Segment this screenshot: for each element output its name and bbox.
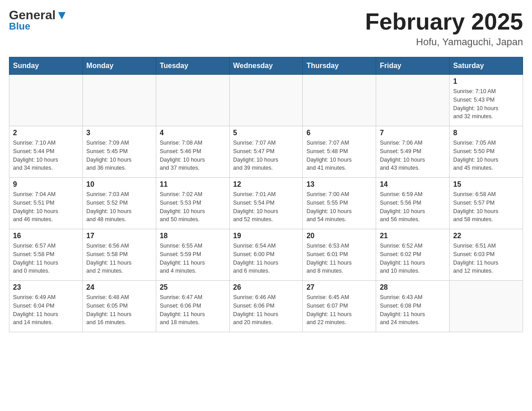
day-number: 22 [453,232,519,240]
day-info: Sunrise: 6:52 AM Sunset: 6:02 PM Dayligh… [380,242,446,275]
day-info: Sunrise: 7:10 AM Sunset: 5:43 PM Dayligh… [453,87,519,121]
col-sunday: Sunday [9,57,83,75]
day-number: 15 [453,180,519,188]
month-year-title: February 2025 [365,9,523,34]
day-number: 26 [233,283,299,291]
week-row-0: 1Sunrise: 7:10 AM Sunset: 5:43 PM Daylig… [9,75,523,126]
calendar-cell: 25Sunrise: 6:47 AM Sunset: 6:06 PM Dayli… [156,281,229,332]
calendar-cell: 15Sunrise: 6:58 AM Sunset: 5:57 PM Dayli… [450,178,523,229]
day-number: 28 [380,283,446,291]
calendar-cell: 28Sunrise: 6:43 AM Sunset: 6:08 PM Dayli… [376,281,450,332]
col-saturday: Saturday [450,57,523,75]
calendar-cell: 27Sunrise: 6:45 AM Sunset: 6:07 PM Dayli… [303,281,376,332]
week-row-3: 16Sunrise: 6:57 AM Sunset: 5:58 PM Dayli… [9,229,523,281]
day-info: Sunrise: 7:10 AM Sunset: 5:44 PM Dayligh… [13,139,79,172]
day-info: Sunrise: 6:49 AM Sunset: 6:04 PM Dayligh… [13,293,79,327]
calendar-cell: 18Sunrise: 6:55 AM Sunset: 5:59 PM Dayli… [156,229,229,281]
day-info: Sunrise: 6:53 AM Sunset: 6:01 PM Dayligh… [306,242,372,275]
calendar-table: Sunday Monday Tuesday Wednesday Thursday… [9,57,523,332]
day-number: 4 [160,129,226,137]
day-number: 21 [380,232,446,240]
day-number: 19 [233,232,299,240]
day-info: Sunrise: 6:55 AM Sunset: 5:59 PM Dayligh… [160,242,226,275]
location-subtitle: Hofu, Yamaguchi, Japan [365,36,523,48]
col-monday: Monday [82,57,156,75]
calendar-header-row: Sunday Monday Tuesday Wednesday Thursday… [9,57,523,75]
calendar-cell: 13Sunrise: 7:00 AM Sunset: 5:55 PM Dayli… [303,178,376,229]
logo-arrow-icon: ▼ [56,8,68,22]
calendar-cell: 19Sunrise: 6:54 AM Sunset: 6:00 PM Dayli… [229,229,303,281]
day-number: 3 [86,129,152,137]
calendar-cell: 21Sunrise: 6:52 AM Sunset: 6:02 PM Dayli… [376,229,450,281]
day-info: Sunrise: 7:09 AM Sunset: 5:45 PM Dayligh… [86,139,152,172]
day-number: 17 [86,232,152,240]
calendar-cell: 1Sunrise: 7:10 AM Sunset: 5:43 PM Daylig… [450,75,523,126]
day-info: Sunrise: 7:03 AM Sunset: 5:52 PM Dayligh… [86,190,152,224]
week-row-2: 9Sunrise: 7:04 AM Sunset: 5:51 PM Daylig… [9,178,523,229]
calendar-cell [82,75,156,126]
col-wednesday: Wednesday [229,57,303,75]
day-info: Sunrise: 7:01 AM Sunset: 5:54 PM Dayligh… [233,190,299,224]
logo-general-text: General▼ [9,9,68,21]
day-info: Sunrise: 6:45 AM Sunset: 6:07 PM Dayligh… [306,293,372,327]
day-info: Sunrise: 6:54 AM Sunset: 6:00 PM Dayligh… [233,242,299,275]
calendar-cell [303,75,376,126]
col-friday: Friday [376,57,450,75]
calendar-cell: 24Sunrise: 6:48 AM Sunset: 6:05 PM Dayli… [82,281,156,332]
day-info: Sunrise: 6:59 AM Sunset: 5:56 PM Dayligh… [380,190,446,224]
day-number: 10 [86,180,152,188]
day-info: Sunrise: 7:07 AM Sunset: 5:48 PM Dayligh… [306,139,372,172]
day-info: Sunrise: 7:00 AM Sunset: 5:55 PM Dayligh… [306,190,372,224]
calendar-cell: 6Sunrise: 7:07 AM Sunset: 5:48 PM Daylig… [303,126,376,178]
col-tuesday: Tuesday [156,57,229,75]
col-thursday: Thursday [303,57,376,75]
logo-blue-text: Blue [9,21,30,32]
calendar-cell [229,75,303,126]
week-row-1: 2Sunrise: 7:10 AM Sunset: 5:44 PM Daylig… [9,126,523,178]
title-block: February 2025 Hofu, Yamaguchi, Japan [365,9,523,48]
calendar-cell: 12Sunrise: 7:01 AM Sunset: 5:54 PM Dayli… [229,178,303,229]
day-number: 8 [453,129,519,137]
calendar-cell: 20Sunrise: 6:53 AM Sunset: 6:01 PM Dayli… [303,229,376,281]
day-info: Sunrise: 7:02 AM Sunset: 5:53 PM Dayligh… [160,190,226,224]
day-number: 2 [13,129,79,137]
day-info: Sunrise: 6:58 AM Sunset: 5:57 PM Dayligh… [453,190,519,224]
calendar-cell: 9Sunrise: 7:04 AM Sunset: 5:51 PM Daylig… [9,178,83,229]
calendar-cell: 3Sunrise: 7:09 AM Sunset: 5:45 PM Daylig… [82,126,156,178]
day-number: 25 [160,283,226,291]
day-info: Sunrise: 6:47 AM Sunset: 6:06 PM Dayligh… [160,293,226,327]
calendar-cell: 7Sunrise: 7:06 AM Sunset: 5:49 PM Daylig… [376,126,450,178]
day-info: Sunrise: 6:46 AM Sunset: 6:06 PM Dayligh… [233,293,299,327]
day-number: 14 [380,180,446,188]
calendar-cell: 23Sunrise: 6:49 AM Sunset: 6:04 PM Dayli… [9,281,83,332]
day-number: 27 [306,283,372,291]
calendar-cell: 11Sunrise: 7:02 AM Sunset: 5:53 PM Dayli… [156,178,229,229]
calendar-cell [9,75,83,126]
calendar-cell: 10Sunrise: 7:03 AM Sunset: 5:52 PM Dayli… [82,178,156,229]
day-number: 11 [160,180,226,188]
day-info: Sunrise: 6:51 AM Sunset: 6:03 PM Dayligh… [453,242,519,275]
day-number: 13 [306,180,372,188]
day-number: 23 [13,283,79,291]
day-info: Sunrise: 6:57 AM Sunset: 5:58 PM Dayligh… [13,242,79,275]
calendar-cell: 26Sunrise: 6:46 AM Sunset: 6:06 PM Dayli… [229,281,303,332]
calendar-cell: 16Sunrise: 6:57 AM Sunset: 5:58 PM Dayli… [9,229,83,281]
day-info: Sunrise: 7:06 AM Sunset: 5:49 PM Dayligh… [380,139,446,172]
day-number: 16 [13,232,79,240]
page-header: General▼ Blue February 2025 Hofu, Yamagu… [9,9,523,48]
calendar-cell [156,75,229,126]
day-info: Sunrise: 6:48 AM Sunset: 6:05 PM Dayligh… [86,293,152,327]
day-info: Sunrise: 7:08 AM Sunset: 5:46 PM Dayligh… [160,139,226,172]
day-number: 20 [306,232,372,240]
day-info: Sunrise: 7:04 AM Sunset: 5:51 PM Dayligh… [13,190,79,224]
calendar-cell [376,75,450,126]
day-number: 18 [160,232,226,240]
day-number: 5 [233,129,299,137]
day-info: Sunrise: 7:07 AM Sunset: 5:47 PM Dayligh… [233,139,299,172]
day-number: 9 [13,180,79,188]
day-number: 6 [306,129,372,137]
calendar-cell: 17Sunrise: 6:56 AM Sunset: 5:58 PM Dayli… [82,229,156,281]
calendar-cell: 8Sunrise: 7:05 AM Sunset: 5:50 PM Daylig… [450,126,523,178]
day-number: 12 [233,180,299,188]
calendar-cell [450,281,523,332]
